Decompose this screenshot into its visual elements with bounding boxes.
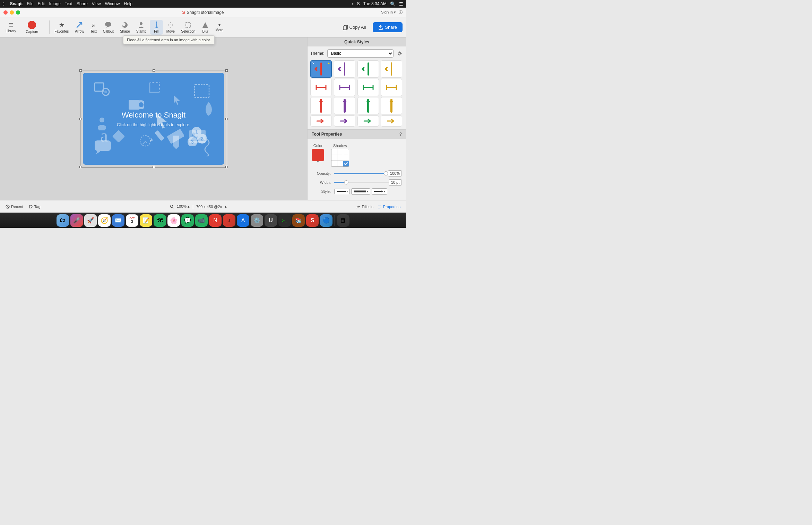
dock-launchpad[interactable]: 🚀 bbox=[84, 214, 97, 227]
tool-arrow[interactable]: Arrow bbox=[72, 20, 87, 35]
tool-properties-help[interactable]: ? bbox=[399, 132, 402, 137]
dock-finder[interactable]: 🗂 bbox=[57, 214, 69, 227]
dock-siri[interactable]: 🎤 bbox=[70, 214, 83, 227]
handle-top-right[interactable] bbox=[225, 69, 228, 72]
menu-text[interactable]: Text bbox=[65, 1, 72, 6]
dock-snagit[interactable]: S bbox=[306, 214, 319, 227]
tool-more[interactable]: ▾ More bbox=[213, 21, 226, 33]
tool-favorites[interactable]: ★ Favorites bbox=[52, 20, 71, 35]
line-style-select[interactable]: ▾ bbox=[334, 189, 350, 194]
menu-share[interactable]: Share bbox=[77, 1, 88, 6]
tool-fill[interactable]: Fill bbox=[150, 20, 163, 35]
tool-callout[interactable]: Callout bbox=[100, 20, 116, 35]
menu-edit[interactable]: Edit bbox=[38, 1, 45, 6]
tool-stamp[interactable]: Stamp bbox=[133, 20, 149, 35]
dock-uapp[interactable]: U bbox=[265, 214, 277, 227]
dock-systemprefs[interactable]: ⚙️ bbox=[251, 214, 263, 227]
style-item-5[interactable] bbox=[310, 79, 332, 96]
tool-shape[interactable]: Shape bbox=[117, 20, 133, 35]
app-name[interactable]: Snagit bbox=[10, 1, 23, 6]
style-item-16[interactable] bbox=[381, 115, 402, 127]
library-button[interactable]: ☰ Library bbox=[3, 20, 18, 34]
handle-bottom-left[interactable] bbox=[79, 166, 82, 168]
shadow-cell-6[interactable] bbox=[343, 155, 349, 161]
menu-view[interactable]: View bbox=[92, 1, 101, 6]
handle-middle-left[interactable] bbox=[79, 118, 82, 120]
handle-top-left[interactable] bbox=[79, 69, 82, 72]
minimize-button[interactable] bbox=[10, 10, 14, 15]
dock-librarian[interactable]: 📚 bbox=[292, 214, 305, 227]
style-item-13[interactable] bbox=[310, 115, 332, 127]
style-item-6[interactable] bbox=[334, 79, 355, 96]
dock-music[interactable]: ♪ bbox=[223, 214, 235, 227]
style-item-15[interactable] bbox=[357, 115, 379, 127]
apple-menu[interactable]:  bbox=[3, 1, 5, 7]
dock-notes[interactable]: 📝 bbox=[140, 214, 152, 227]
tool-selection[interactable]: Selection bbox=[178, 20, 198, 35]
style-item-11[interactable] bbox=[357, 97, 379, 114]
dock-trash[interactable]: 🗑 bbox=[337, 214, 349, 227]
menu-file[interactable]: File bbox=[27, 1, 33, 6]
share-button[interactable]: Share bbox=[373, 22, 403, 32]
capture-button[interactable]: Capture bbox=[24, 19, 41, 35]
shadow-cell-3[interactable] bbox=[343, 149, 349, 155]
dock-facetime[interactable]: 📹 bbox=[195, 214, 208, 227]
handle-bottom-middle[interactable] bbox=[153, 166, 155, 168]
style-item-9[interactable] bbox=[310, 97, 332, 114]
zoom-button[interactable] bbox=[16, 10, 20, 15]
handle-bottom-right[interactable] bbox=[225, 166, 228, 168]
style-item-12[interactable] bbox=[381, 97, 402, 114]
style-item-14[interactable] bbox=[334, 115, 355, 127]
dock-messages[interactable]: 💬 bbox=[181, 214, 194, 227]
style-item-4[interactable] bbox=[381, 60, 402, 78]
style-item-10[interactable] bbox=[334, 97, 355, 114]
dock-news[interactable]: N bbox=[209, 214, 222, 227]
shadow-cell-2[interactable] bbox=[337, 149, 343, 155]
menu-help[interactable]: Help bbox=[124, 1, 132, 6]
menu-image[interactable]: Image bbox=[49, 1, 60, 6]
close-button[interactable] bbox=[3, 10, 8, 15]
copy-all-button[interactable]: Copy All bbox=[339, 23, 370, 32]
arrow-end-select[interactable]: ▾ bbox=[372, 188, 387, 195]
style-item-2[interactable] bbox=[334, 60, 355, 78]
menu-window[interactable]: Window bbox=[105, 1, 120, 6]
handle-middle-right[interactable] bbox=[225, 118, 228, 120]
handle-top-middle[interactable] bbox=[153, 69, 155, 72]
tag-button[interactable]: Tag bbox=[29, 205, 41, 209]
properties-button[interactable]: Properties bbox=[378, 205, 400, 209]
dock-photos[interactable]: 🌸 bbox=[167, 214, 180, 227]
width-slider[interactable] bbox=[334, 182, 389, 183]
style-item-1-selected[interactable]: ✕ ★ bbox=[310, 60, 332, 78]
tool-text[interactable]: a Text bbox=[87, 20, 99, 35]
dock-mail[interactable]: ✉️ bbox=[112, 214, 124, 227]
dock-safari[interactable]: 🧭 bbox=[98, 214, 111, 227]
dock-appstore[interactable]: A bbox=[237, 214, 249, 227]
tool-blur[interactable]: Blur bbox=[199, 20, 212, 35]
notification-icon[interactable]: ☰ bbox=[399, 1, 403, 7]
search-icon[interactable]: 🔍 bbox=[390, 1, 396, 7]
shadow-cell-9-active[interactable] bbox=[343, 161, 349, 166]
color-swatch[interactable] bbox=[312, 149, 324, 161]
info-button[interactable]: ⓘ bbox=[399, 10, 403, 15]
style-item-7[interactable] bbox=[357, 79, 379, 96]
recent-button[interactable]: Recent bbox=[6, 205, 23, 209]
opacity-slider[interactable] bbox=[334, 173, 388, 174]
effects-button[interactable]: Effects bbox=[356, 205, 373, 209]
dock-finder-blue[interactable]: 🔵 bbox=[320, 214, 332, 227]
theme-select[interactable]: Basic bbox=[327, 49, 394, 58]
shadow-cell-5[interactable] bbox=[337, 155, 343, 161]
shadow-cell-1[interactable] bbox=[331, 149, 337, 155]
style-item-3[interactable] bbox=[357, 60, 379, 78]
style-item-8[interactable] bbox=[381, 79, 402, 96]
dock-calendar[interactable]: OCT 3 bbox=[126, 214, 138, 227]
theme-gear-button[interactable] bbox=[396, 50, 403, 57]
canvas-area[interactable]: a bbox=[0, 37, 307, 200]
shadow-cell-8[interactable] bbox=[337, 161, 343, 166]
tool-move[interactable]: Move bbox=[164, 20, 178, 35]
line-thickness-select[interactable]: ▾ bbox=[351, 188, 370, 195]
shadow-cell-7[interactable] bbox=[331, 161, 337, 166]
dock-maps[interactable]: 🗺 bbox=[154, 214, 166, 227]
sign-in-button[interactable]: Sign in ▾ bbox=[381, 10, 396, 15]
dock-terminal[interactable]: >_ bbox=[278, 214, 291, 227]
shadow-cell-4[interactable] bbox=[331, 155, 337, 161]
